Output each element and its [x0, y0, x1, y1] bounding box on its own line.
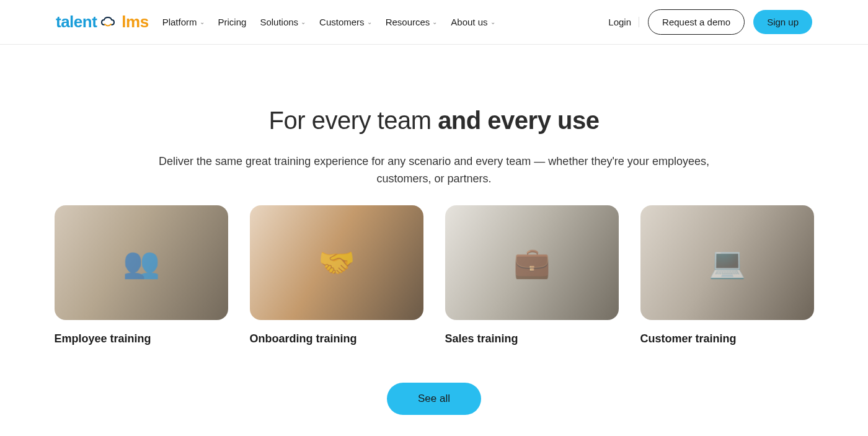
see-all-button[interactable]: See all	[387, 383, 481, 415]
request-demo-button[interactable]: Request a demo	[648, 9, 745, 35]
nav-item-solutions[interactable]: Solutions ⌄	[260, 17, 306, 27]
card-image	[55, 205, 228, 320]
card-employee-training[interactable]: Employee training	[55, 205, 228, 345]
header: talent lms Platform ⌄ Pricing Solutions …	[0, 0, 868, 45]
card-onboarding-training[interactable]: Onboarding training	[250, 205, 423, 345]
card-image	[640, 205, 814, 320]
nav-item-platform[interactable]: Platform ⌄	[162, 17, 205, 27]
nav-item-customers[interactable]: Customers ⌄	[319, 17, 372, 27]
login-link[interactable]: Login	[608, 17, 639, 27]
hero-title-light: For every team	[269, 107, 438, 134]
hero-title: For every team and every use	[0, 107, 868, 135]
card-image	[445, 205, 619, 320]
nav-label: About us	[451, 17, 487, 27]
logo-text-lms: lms	[122, 12, 148, 32]
logo-text-talent: talent	[56, 12, 97, 32]
chevron-down-icon: ⌄	[367, 19, 372, 25]
cards-section: Employee training Onboarding training Sa…	[0, 188, 868, 345]
nav-item-pricing[interactable]: Pricing	[218, 17, 247, 27]
nav-item-about[interactable]: About us ⌄	[451, 17, 495, 27]
sign-up-button[interactable]: Sign up	[753, 10, 812, 34]
card-sales-training[interactable]: Sales training	[445, 205, 619, 345]
hero-title-bold: and every use	[438, 107, 599, 134]
chevron-down-icon: ⌄	[200, 19, 205, 25]
nav-label: Pricing	[218, 17, 247, 27]
nav-label: Resources	[386, 17, 430, 27]
card-title: Onboarding training	[250, 332, 423, 345]
card-customer-training[interactable]: Customer training	[640, 205, 814, 345]
nav-label: Platform	[162, 17, 197, 27]
cta-section: See all	[0, 345, 868, 415]
hero-section: For every team and every use Deliver the…	[0, 45, 868, 188]
nav-label: Solutions	[260, 17, 298, 27]
main-nav: Platform ⌄ Pricing Solutions ⌄ Customers…	[162, 17, 495, 27]
chevron-down-icon: ⌄	[432, 19, 437, 25]
chevron-down-icon: ⌄	[490, 19, 495, 25]
card-image	[250, 205, 423, 320]
hero-subtitle: Deliver the same great training experien…	[149, 153, 719, 188]
logo[interactable]: talent lms	[56, 12, 149, 32]
header-right: Login Request a demo Sign up	[608, 9, 812, 35]
card-title: Customer training	[640, 332, 814, 345]
chevron-down-icon: ⌄	[301, 19, 306, 25]
card-title: Sales training	[445, 332, 619, 345]
header-left: talent lms Platform ⌄ Pricing Solutions …	[56, 12, 495, 32]
cloud-icon	[98, 15, 120, 30]
nav-item-resources[interactable]: Resources ⌄	[386, 17, 438, 27]
nav-label: Customers	[319, 17, 365, 27]
card-title: Employee training	[55, 332, 228, 345]
